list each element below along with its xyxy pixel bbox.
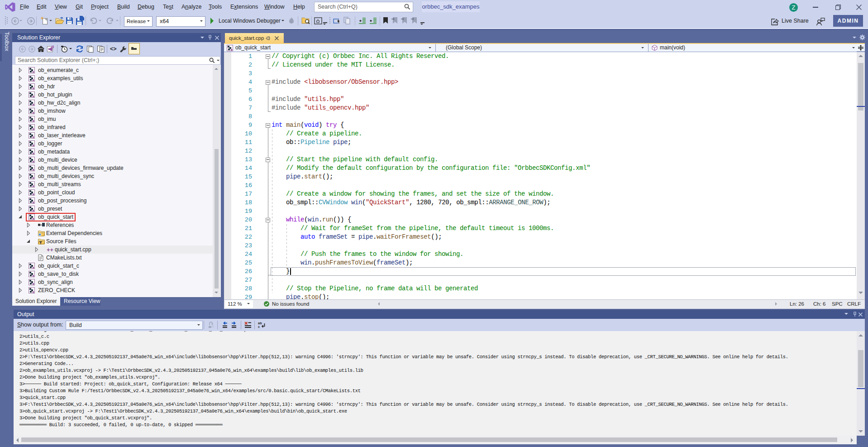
svg-text:c: c [258,325,260,329]
